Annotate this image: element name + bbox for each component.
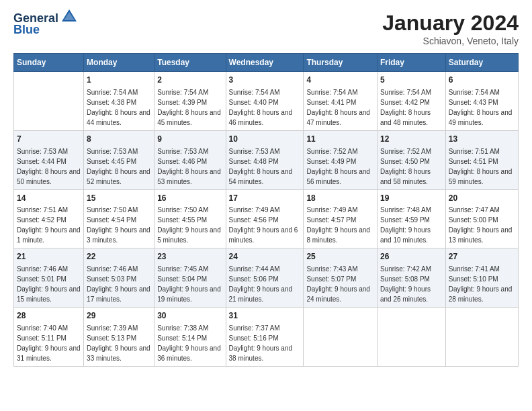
cell-w2-d5: 11Sunrise: 7:52 AMSunset: 4:49 PMDayligh… xyxy=(304,130,378,189)
cell-w5-d7 xyxy=(445,308,518,367)
cell-w5-d1: 28Sunrise: 7:40 AMSunset: 5:11 PMDayligh… xyxy=(14,308,84,367)
day-number: 7 xyxy=(17,134,81,145)
header: General Blue January 2024 Schiavon, Vene… xyxy=(13,11,519,46)
cell-w4-d2: 22Sunrise: 7:46 AMSunset: 5:03 PMDayligh… xyxy=(84,248,154,308)
cell-w1-d6: 5Sunrise: 7:54 AMSunset: 4:42 PMDaylight… xyxy=(377,72,445,131)
day-number: 25 xyxy=(306,251,374,263)
day-info: Sunrise: 7:38 AMSunset: 5:14 PMDaylight:… xyxy=(157,324,221,362)
day-info: Sunrise: 7:54 AMSunset: 4:38 PMDaylight:… xyxy=(87,89,150,126)
cell-w2-d6: 12Sunrise: 7:52 AMSunset: 4:50 PMDayligh… xyxy=(377,130,445,189)
day-info: Sunrise: 7:46 AMSunset: 5:03 PMDaylight:… xyxy=(87,265,150,303)
day-info: Sunrise: 7:48 AMSunset: 4:59 PMDaylight:… xyxy=(380,206,431,244)
col-sunday: Sunday xyxy=(14,54,84,72)
day-info: Sunrise: 7:44 AMSunset: 5:06 PMDaylight:… xyxy=(229,265,293,303)
week-row-4: 21Sunrise: 7:46 AMSunset: 5:01 PMDayligh… xyxy=(14,248,519,308)
cell-w5-d6 xyxy=(377,308,445,367)
day-number: 13 xyxy=(449,134,515,145)
day-info: Sunrise: 7:54 AMSunset: 4:41 PMDaylight:… xyxy=(306,89,370,126)
cell-w3-d7: 20Sunrise: 7:47 AMSunset: 5:00 PMDayligh… xyxy=(445,189,518,248)
cell-w3-d3: 16Sunrise: 7:50 AMSunset: 4:55 PMDayligh… xyxy=(154,189,226,248)
day-number: 3 xyxy=(229,75,301,86)
cell-w1-d1 xyxy=(14,72,84,131)
cell-w5-d2: 29Sunrise: 7:39 AMSunset: 5:13 PMDayligh… xyxy=(84,308,154,367)
day-info: Sunrise: 7:47 AMSunset: 5:00 PMDaylight:… xyxy=(449,206,513,244)
day-info: Sunrise: 7:50 AMSunset: 4:54 PMDaylight:… xyxy=(87,206,150,244)
cell-w4-d5: 25Sunrise: 7:43 AMSunset: 5:07 PMDayligh… xyxy=(304,248,378,308)
cell-w4-d3: 23Sunrise: 7:45 AMSunset: 5:04 PMDayligh… xyxy=(154,248,226,308)
cell-w4-d1: 21Sunrise: 7:46 AMSunset: 5:01 PMDayligh… xyxy=(14,248,84,308)
day-number: 23 xyxy=(157,251,222,263)
cell-w1-d4: 3Sunrise: 7:54 AMSunset: 4:40 PMDaylight… xyxy=(226,72,304,131)
cell-w3-d6: 19Sunrise: 7:48 AMSunset: 4:59 PMDayligh… xyxy=(377,189,445,248)
cell-w2-d7: 13Sunrise: 7:51 AMSunset: 4:51 PMDayligh… xyxy=(445,130,518,189)
day-info: Sunrise: 7:53 AMSunset: 4:45 PMDaylight:… xyxy=(87,148,150,185)
cell-w1-d5: 4Sunrise: 7:54 AMSunset: 4:41 PMDaylight… xyxy=(304,72,378,131)
day-number: 14 xyxy=(17,193,81,204)
day-info: Sunrise: 7:50 AMSunset: 4:55 PMDaylight:… xyxy=(157,206,221,244)
col-saturday: Saturday xyxy=(445,54,518,72)
cell-w3-d5: 18Sunrise: 7:49 AMSunset: 4:57 PMDayligh… xyxy=(304,189,378,248)
day-number: 28 xyxy=(17,310,81,322)
day-number: 19 xyxy=(380,193,443,204)
day-number: 8 xyxy=(87,134,151,145)
day-info: Sunrise: 7:51 AMSunset: 4:51 PMDaylight:… xyxy=(449,148,513,185)
cell-w5-d4: 31Sunrise: 7:37 AMSunset: 5:16 PMDayligh… xyxy=(226,308,304,367)
sub-title: Schiavon, Veneto, Italy xyxy=(382,36,519,46)
day-number: 2 xyxy=(157,75,222,86)
logo-icon xyxy=(60,8,78,26)
cell-w5-d3: 30Sunrise: 7:38 AMSunset: 5:14 PMDayligh… xyxy=(154,308,226,367)
cell-w2-d4: 10Sunrise: 7:53 AMSunset: 4:48 PMDayligh… xyxy=(226,130,304,189)
day-info: Sunrise: 7:53 AMSunset: 4:44 PMDaylight:… xyxy=(17,148,81,185)
logo: General Blue xyxy=(13,11,78,37)
day-info: Sunrise: 7:54 AMSunset: 4:43 PMDaylight:… xyxy=(449,89,513,126)
cell-w4-d7: 27Sunrise: 7:41 AMSunset: 5:10 PMDayligh… xyxy=(445,248,518,308)
day-info: Sunrise: 7:37 AMSunset: 5:16 PMDaylight:… xyxy=(229,324,293,362)
cell-w3-d4: 17Sunrise: 7:49 AMSunset: 4:56 PMDayligh… xyxy=(226,189,304,248)
day-number: 20 xyxy=(449,193,515,204)
week-row-5: 28Sunrise: 7:40 AMSunset: 5:11 PMDayligh… xyxy=(14,308,519,367)
logo-blue-text: Blue xyxy=(13,23,40,37)
day-number: 24 xyxy=(229,251,301,263)
cell-w4-d4: 24Sunrise: 7:44 AMSunset: 5:06 PMDayligh… xyxy=(226,248,304,308)
day-number: 4 xyxy=(306,75,374,86)
day-number: 21 xyxy=(17,251,81,263)
day-info: Sunrise: 7:42 AMSunset: 5:08 PMDaylight:… xyxy=(380,265,431,303)
day-info: Sunrise: 7:53 AMSunset: 4:46 PMDaylight:… xyxy=(157,148,221,185)
day-info: Sunrise: 7:40 AMSunset: 5:11 PMDaylight:… xyxy=(17,324,81,362)
cell-w2-d2: 8Sunrise: 7:53 AMSunset: 4:45 PMDaylight… xyxy=(84,130,154,189)
col-tuesday: Tuesday xyxy=(154,54,226,72)
day-number: 11 xyxy=(306,134,374,145)
day-number: 17 xyxy=(229,193,301,204)
day-info: Sunrise: 7:49 AMSunset: 4:56 PMDaylight:… xyxy=(229,206,298,244)
cell-w1-d2: 1Sunrise: 7:54 AMSunset: 4:38 PMDaylight… xyxy=(84,72,154,131)
calendar-table: Sunday Monday Tuesday Wednesday Thursday… xyxy=(13,53,519,367)
day-info: Sunrise: 7:45 AMSunset: 5:04 PMDaylight:… xyxy=(157,265,221,303)
day-info: Sunrise: 7:43 AMSunset: 5:07 PMDaylight:… xyxy=(306,265,370,303)
cell-w2-d3: 9Sunrise: 7:53 AMSunset: 4:46 PMDaylight… xyxy=(154,130,226,189)
main-title: January 2024 xyxy=(382,11,519,36)
day-number: 22 xyxy=(87,251,151,263)
day-info: Sunrise: 7:53 AMSunset: 4:48 PMDaylight:… xyxy=(229,148,293,185)
day-number: 29 xyxy=(87,310,151,322)
day-number: 30 xyxy=(157,310,222,322)
day-number: 9 xyxy=(157,134,222,145)
col-thursday: Thursday xyxy=(304,54,378,72)
day-number: 15 xyxy=(87,193,151,204)
day-number: 10 xyxy=(229,134,301,145)
col-friday: Friday xyxy=(377,54,445,72)
cell-w1-d3: 2Sunrise: 7:54 AMSunset: 4:39 PMDaylight… xyxy=(154,72,226,131)
week-row-3: 14Sunrise: 7:51 AMSunset: 4:52 PMDayligh… xyxy=(14,189,519,248)
day-info: Sunrise: 7:51 AMSunset: 4:52 PMDaylight:… xyxy=(17,206,81,244)
day-number: 12 xyxy=(380,134,443,145)
day-info: Sunrise: 7:54 AMSunset: 4:39 PMDaylight:… xyxy=(157,89,221,126)
day-info: Sunrise: 7:41 AMSunset: 5:10 PMDaylight:… xyxy=(449,265,513,303)
day-info: Sunrise: 7:52 AMSunset: 4:49 PMDaylight:… xyxy=(306,148,370,185)
day-info: Sunrise: 7:54 AMSunset: 4:40 PMDaylight:… xyxy=(229,89,293,126)
cell-w1-d7: 6Sunrise: 7:54 AMSunset: 4:43 PMDaylight… xyxy=(445,72,518,131)
week-row-1: 1Sunrise: 7:54 AMSunset: 4:38 PMDaylight… xyxy=(14,72,519,131)
day-number: 18 xyxy=(306,193,374,204)
col-monday: Monday xyxy=(84,54,154,72)
day-number: 16 xyxy=(157,193,222,204)
day-number: 27 xyxy=(449,251,515,263)
cell-w3-d2: 15Sunrise: 7:50 AMSunset: 4:54 PMDayligh… xyxy=(84,189,154,248)
